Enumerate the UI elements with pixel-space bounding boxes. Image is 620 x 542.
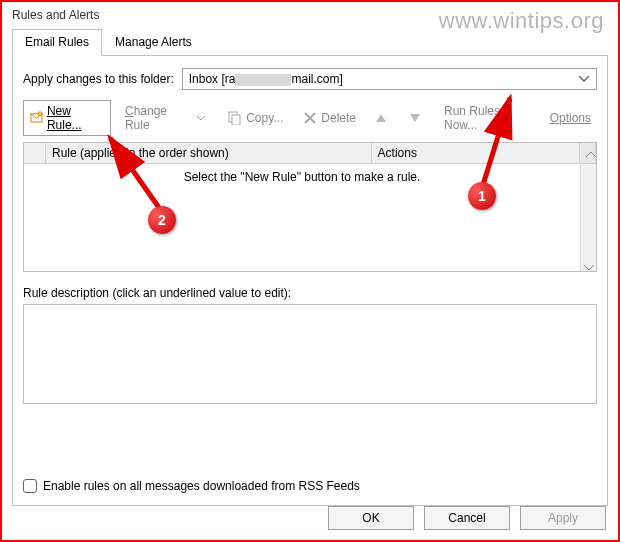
redacted-text: [235, 74, 291, 86]
run-rules-now-button[interactable]: Run Rules Now...: [438, 101, 536, 135]
button-label: Run Rules Now...: [444, 104, 530, 132]
delete-icon: [303, 111, 317, 125]
triangle-down-icon: [410, 111, 424, 125]
rss-label: Enable rules on all messages downloaded …: [43, 479, 360, 493]
tab-email-rules[interactable]: Email Rules: [12, 29, 102, 56]
folder-value-prefix: Inbox [ra: [189, 72, 236, 86]
grid-body: Select the "New Rule" button to make a r…: [24, 164, 596, 271]
button-label: Delete: [321, 111, 356, 125]
cancel-button[interactable]: Cancel: [424, 506, 510, 530]
copy-button[interactable]: Copy...: [222, 108, 289, 128]
move-down-button[interactable]: [404, 108, 430, 128]
column-rule[interactable]: Rule (applied in the order shown): [46, 143, 372, 163]
new-rule-button[interactable]: New Rule...: [23, 100, 111, 136]
column-scroll-gutter: [580, 143, 596, 163]
change-rule-button[interactable]: Change Rule: [119, 101, 214, 135]
column-checkbox[interactable]: [24, 143, 46, 163]
tab-manage-alerts[interactable]: Manage Alerts: [102, 29, 205, 56]
tab-label: Email Rules: [25, 35, 89, 49]
options-button[interactable]: Options: [544, 108, 597, 128]
rules-grid: Rule (applied in the order shown) Action…: [23, 142, 597, 272]
chevron-down-icon: [193, 110, 208, 126]
toolbar: New Rule... Change Rule Copy... Delete: [23, 100, 597, 136]
rss-checkbox[interactable]: [23, 479, 37, 493]
button-label: OK: [362, 511, 379, 525]
rss-row: Enable rules on all messages downloaded …: [23, 479, 360, 493]
folder-row: Apply changes to this folder: Inbox [ram…: [23, 68, 597, 90]
folder-value-suffix: mail.com]: [291, 72, 342, 86]
folder-value: Inbox [ramail.com]: [189, 72, 343, 86]
ok-button[interactable]: OK: [328, 506, 414, 530]
button-label: Cancel: [448, 511, 485, 525]
folder-dropdown[interactable]: Inbox [ramail.com]: [182, 68, 597, 90]
description-label: Rule description (click an underlined va…: [23, 286, 597, 300]
apply-button[interactable]: Apply: [520, 506, 606, 530]
button-label: Change Rule: [125, 104, 189, 132]
delete-button[interactable]: Delete: [297, 108, 362, 128]
column-actions[interactable]: Actions: [372, 143, 580, 163]
dialog-footer: OK Cancel Apply: [328, 506, 606, 530]
button-label: Options: [550, 111, 591, 125]
grid-empty-message: Select the "New Rule" button to make a r…: [24, 164, 580, 271]
button-label: Copy...: [246, 111, 283, 125]
rules-and-alerts-dialog: Rules and Alerts Email Rules Manage Aler…: [2, 2, 618, 540]
svg-point-1: [38, 112, 42, 116]
svg-rect-3: [232, 115, 240, 125]
button-label: Apply: [548, 511, 578, 525]
grid-header: Rule (applied in the order shown) Action…: [24, 143, 596, 164]
window-title: Rules and Alerts: [2, 2, 618, 26]
triangle-up-icon: [376, 111, 390, 125]
chevron-down-icon[interactable]: [576, 71, 592, 87]
folder-label: Apply changes to this folder:: [23, 72, 174, 86]
new-rule-icon: [30, 111, 43, 125]
scrollbar[interactable]: [580, 164, 596, 271]
description-box[interactable]: [23, 304, 597, 404]
email-rules-panel: Apply changes to this folder: Inbox [ram…: [12, 56, 608, 506]
tab-label: Manage Alerts: [115, 35, 192, 49]
move-up-button[interactable]: [370, 108, 396, 128]
tab-strip: Email Rules Manage Alerts: [12, 28, 608, 56]
copy-icon: [228, 111, 242, 125]
button-label: New Rule...: [47, 104, 104, 132]
